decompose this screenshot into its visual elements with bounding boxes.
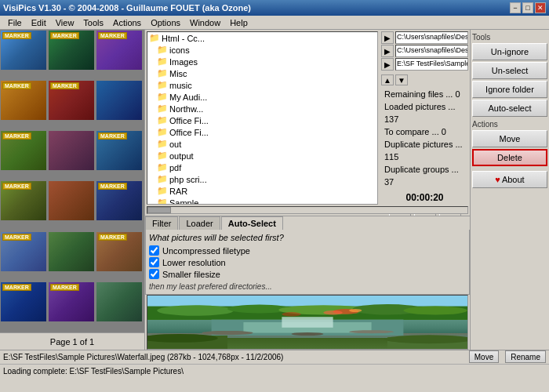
minimize-button[interactable]: − (510, 2, 521, 13)
thumbnail-cell[interactable]: MARKER (1, 282, 46, 321)
thumbnail-cell[interactable]: MARKER (96, 31, 142, 70)
checkbox-uncompressed[interactable] (149, 245, 159, 256)
move-button[interactable]: Move (472, 130, 547, 147)
statusbar-move-button[interactable]: Move (469, 350, 499, 363)
svg-point-10 (202, 331, 253, 335)
thumbnail-cell[interactable]: MARKER (96, 181, 142, 220)
tree-item[interactable]: 📁 Northw... (147, 103, 377, 114)
statusbar-rename-button[interactable]: Rename (505, 350, 546, 363)
thumbnail-cell[interactable]: MARKER (1, 131, 46, 170)
tree-item[interactable]: 📁 Images (147, 56, 377, 67)
menu-options[interactable]: Options (146, 17, 185, 28)
path-arrow-3[interactable]: ▶ (381, 58, 394, 71)
path-arrow-1[interactable]: ▶ (381, 31, 394, 44)
delete-button[interactable]: Delete (472, 149, 547, 166)
folder-icon: 📁 (157, 151, 168, 161)
thumbnail-cell[interactable] (49, 181, 94, 220)
check-smaller-filesize: Smaller filesize (149, 269, 466, 279)
preview-image (147, 296, 467, 349)
thumbnail-panel: MARKER MARKER MARKER MARKER MARKER MARKE… (0, 30, 145, 350)
svg-point-6 (403, 307, 467, 315)
menu-actions[interactable]: Actions (108, 17, 146, 28)
label-smaller-filesize: Smaller filesize (162, 270, 220, 279)
thumbnail-cell[interactable]: MARKER (1, 81, 46, 120)
menu-help[interactable]: Help (225, 17, 253, 28)
tabs: Filter Loader Auto-Select (145, 216, 470, 230)
scrollbar-thumb[interactable] (147, 207, 171, 213)
tree-item[interactable]: 📁 pdf (147, 162, 377, 173)
folder-icon: 📁 (157, 45, 168, 55)
to-compare: To compare ... 0 (384, 125, 465, 138)
thumbnail-cell[interactable]: MARKER (1, 31, 46, 70)
tree-item[interactable]: 📁 Office Fi... (147, 126, 377, 138)
thumbnail-img (96, 282, 142, 321)
svg-point-2 (157, 305, 234, 316)
tree-item[interactable]: 📁 Html - Cc... (147, 32, 377, 44)
thumbnail-cell[interactable]: MARKER (49, 31, 94, 70)
tab-loader[interactable]: Loader (179, 216, 220, 230)
marker-badge: MARKER (98, 32, 127, 39)
thumbnail-cell[interactable]: MARKER (49, 81, 94, 120)
menu-tools[interactable]: Tools (78, 17, 108, 28)
path-row-3: ▶ E:\SF TestFiles\Sample Pictures\ (381, 58, 468, 71)
tree-item[interactable]: 📁 Sample... (147, 197, 377, 205)
menu-file[interactable]: File (3, 17, 27, 28)
thumbnail-cell[interactable]: MARKER (49, 282, 94, 321)
thumbnail-cell[interactable]: MARKER (96, 232, 142, 271)
thumbnail-cell[interactable]: MARKER (1, 232, 46, 271)
path-box-2: C:\Users\snapfiles\Desktop\Sample Folder… (395, 45, 468, 57)
path-arrow-2[interactable]: ▶ (381, 45, 394, 57)
tree-item-label: out (169, 140, 181, 149)
tree-item-label: php scri... (169, 175, 207, 184)
marker-badge: MARKER (50, 284, 79, 291)
tree-item[interactable]: 📁 music (147, 79, 377, 91)
about-button[interactable]: ♥ About (472, 171, 547, 188)
tree-scrollbar[interactable] (147, 206, 468, 214)
folder-icon: 📁 (157, 56, 168, 67)
menu-edit[interactable]: Edit (27, 17, 51, 28)
titlebar: VisiPics V1.30 - © 2004-2008 - Guillaume… (0, 0, 549, 16)
marker-badge: MARKER (2, 284, 31, 291)
tree-item[interactable]: 📁 icons (147, 44, 377, 56)
thumbnail-cell[interactable] (96, 81, 142, 120)
tree-item[interactable]: 📁 Misc (147, 67, 377, 79)
tree-item[interactable]: 📁 php scri... (147, 173, 377, 185)
thumbnail-cell[interactable] (96, 282, 142, 321)
maximize-button[interactable]: □ (522, 2, 533, 13)
menu-view[interactable]: View (51, 17, 79, 28)
main-container: MARKER MARKER MARKER MARKER MARKER MARKE… (0, 30, 549, 350)
ignore-folder-button[interactable]: Ignore folder (472, 81, 547, 98)
thumbnail-img (96, 81, 142, 120)
thumbnail-cell[interactable] (49, 131, 94, 170)
tab-autosort[interactable]: Auto-Select (221, 216, 283, 230)
statusbar-top: E:\SF TestFiles\Sample Pictures\Waterfal… (0, 350, 549, 365)
path-scroll-up[interactable]: ▲ (381, 74, 394, 85)
folder-tree[interactable]: 📁 Html - Cc...📁 icons📁 Images📁 Misc📁 mus… (147, 31, 378, 205)
window-controls: − □ ✕ (510, 2, 546, 13)
tree-item[interactable]: 📁 output (147, 150, 377, 162)
folder-icon: 📁 (157, 68, 168, 78)
tab-content-autosort: What pictures will be selected first? Un… (145, 230, 470, 295)
folder-icon: 📁 (157, 186, 168, 196)
tree-item-label: output (169, 151, 194, 161)
thumbnail-cell[interactable] (49, 232, 94, 271)
marker-badge: MARKER (2, 82, 31, 89)
path-box-3: E:\SF TestFiles\Sample Pictures\ (395, 58, 468, 71)
checkbox-lower-resolution[interactable] (149, 257, 159, 267)
menu-window[interactable]: Window (185, 17, 225, 28)
autoselect-button[interactable]: Auto-select (472, 100, 547, 117)
close-button[interactable]: ✕ (535, 2, 546, 13)
tree-item[interactable]: 📁 out (147, 138, 377, 150)
tree-item[interactable]: 📁 Office Fi... (147, 114, 377, 126)
path-scroll-down[interactable]: ▼ (395, 74, 408, 85)
label-lower-resolution: Lower resolution (162, 258, 226, 267)
tree-item[interactable]: 📁 My Audi... (147, 91, 377, 103)
file-info: E:\SF TestFiles\Sample Pictures\Waterfal… (3, 353, 463, 361)
thumbnail-cell[interactable]: MARKER (1, 181, 46, 220)
thumbnail-cell[interactable]: MARKER (96, 131, 142, 170)
unselect-button[interactable]: Un-select (472, 62, 547, 79)
unignore-button[interactable]: Un-ignore (472, 43, 547, 60)
checkbox-smaller-filesize[interactable] (149, 269, 159, 279)
tab-filter[interactable]: Filter (145, 216, 178, 230)
tree-item[interactable]: 📁 RAR (147, 185, 377, 197)
